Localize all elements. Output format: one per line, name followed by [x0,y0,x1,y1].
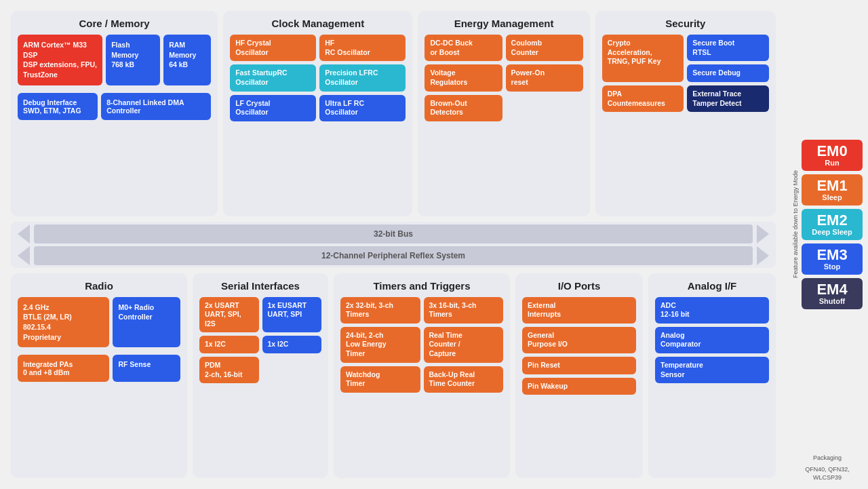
power-on-chip: Power-On reset [506,64,583,91]
energy-management-section: Energy Management DC-DC Buck or Boost Co… [418,11,589,216]
bus-area: 32-bit Bus 12-Channel Peripheral Reflex … [11,222,776,268]
clock-management-section: Clock Management HF Crystal Oscillator H… [223,11,412,216]
gpio-chip: General Purpose I/O [522,327,636,353]
clock-grid: HF Crystal Oscillator HF RC Oscillator F… [230,35,406,121]
arrow-left-32 [18,224,30,243]
arrow-right-12 [757,246,769,265]
io-ports-section: I/O Ports External Interrupts General Pu… [515,273,643,479]
watchdog-chip: Watchdog Timer [340,366,420,393]
crypto-chip: Crypto Acceleration, TRNG, PUF Key [602,35,684,82]
lf-crystal-chip: LF Crystal Oscillator [230,95,316,121]
em3-desc: Stop [807,262,857,271]
io-grid: External Interrupts General Purpose I/O … [522,297,636,395]
arrow-left-12 [18,246,30,265]
em4-desc: Shutoff [807,297,857,305]
em2-card: EM2 Deep Sleep [802,209,863,240]
io-title: I/O Ports [522,280,636,292]
radio-top: 2.4 GHz BTLE (2M, LR) 802.15.4 Proprieta… [18,297,180,348]
radio-ctrl-chip: M0+ Radio Controller [113,297,180,348]
coulomb-chip: Coulomb Counter [506,35,583,61]
serial-interfaces-section: Serial Interfaces 2x USART UART, SPI, I2… [193,273,328,479]
energy-grid: DC-DC Buck or Boost Coulomb Counter Volt… [425,35,583,121]
em3-card: EM3 Stop [802,243,863,275]
bus-12-line: 12-Channel Peripheral Reflex System [34,246,753,265]
i2c-orange-chip: 1x I2C [199,336,259,353]
em3-name: EM3 [807,248,857,262]
core-memory-section: Core / Memory ARM Cortex™ M33 DSP DSP ex… [11,11,218,216]
timer-16-chip: 3x 16-bit, 3-ch Timers [424,297,504,324]
bus-12-row: 12-Channel Peripheral Reflex System [18,246,769,265]
adc-chip: ADC 12-16 bit [655,297,769,324]
flash-chip: Flash Memory 768 kB [106,35,160,85]
hf-crystal-chip: HF Crystal Oscillator [230,35,316,61]
security-title: Security [602,18,769,29]
dma-chip: 8-Channel Linked DMA Controller [101,93,211,120]
em2-name: EM2 [807,213,857,228]
eusart-chip: 1x EUSART UART, SPI [262,297,322,333]
analog-title: Analog I/F [655,280,769,292]
feature-label: Feature available down to Energy Mode [792,170,799,278]
em0-name: EM0 [807,144,857,159]
pdm-chip: PDM 2-ch, 16-bit [199,357,259,383]
radio-title: Radio [18,280,180,292]
em2-desc: Deep Sleep [807,228,857,236]
analog-grid: ADC 12-16 bit Analog Comparator Temperat… [655,297,769,384]
arrow-right-32 [757,224,769,243]
dcdc-chip: DC-DC Buck or Boost [425,35,502,61]
security-row-top: Crypto Acceleration, TRNG, PUF Key DPA C… [602,35,769,112]
voltage-chip: Voltage Regulators [425,64,502,91]
pin-reset-chip: Pin Reset [522,357,636,374]
analog-if-section: Analog I/F ADC 12-16 bit Analog Comparat… [648,273,776,479]
radio-pa-chip: Integrated PAs 0 and +8 dBm [18,355,109,382]
brownout-chip: Brown-Out Detectors [425,95,502,121]
rtc-chip: Real Time Counter / Capture [424,327,504,363]
packaging-value: QFN40, QFN32, WLCSP39 [791,465,864,482]
temperature-sensor-chip: Temperature Sensor [655,357,769,383]
radio-bottom: Integrated PAs 0 and +8 dBm RF Sense [18,355,180,382]
low-energy-timer-chip: 24-bit, 2-ch Low Energy Timer [340,327,420,363]
analog-comparator-chip: Analog Comparator [655,327,769,353]
bus-32-line: 32-bit Bus [34,224,753,243]
secure-boot-chip: Secure Boot RTSL [687,35,769,61]
timers-title: Timers and Triggers [340,280,503,292]
em0-desc: Run [807,159,857,167]
energy-title: Energy Management [425,18,583,29]
pin-wakeup-chip: Pin Wakeup [522,378,636,395]
precision-lfrc-chip: Precision LFRC Oscillator [319,64,406,91]
clock-title: Clock Management [230,18,406,29]
backup-rtc-chip: Back-Up Real Time Counter [424,366,504,393]
em0-card: EM0 Run [802,140,863,171]
bus-32-row: 32-bit Bus [18,224,769,243]
security-section: Security Crypto Acceleration, TRNG, PUF … [595,11,776,216]
usart-chip: 2x USART UART, SPI, I2S [199,297,259,333]
serial-grid: 2x USART UART, SPI, I2S 1x EUSART UART, … [199,297,321,384]
security-left-col: Crypto Acceleration, TRNG, PUF Key DPA C… [602,35,684,112]
arm-chip: ARM Cortex™ M33 DSP DSP extensions, FPU,… [18,35,102,85]
ultra-lf-chip: Ultra LF RC Oscillator [319,95,406,121]
em1-name: EM1 [807,178,857,193]
em4-name: EM4 [807,282,857,297]
packaging-label: Packaging [791,454,864,463]
sidebar: Feature available down to Energy Mode EM… [787,0,868,489]
em-modes-group: EM0 Run EM1 Sleep EM2 Deep Sleep EM3 Sto… [802,140,863,309]
dpa-chip: DPA Countemeasures [602,85,684,112]
radio-freq-chip: 2.4 GHz BTLE (2M, LR) 802.15.4 Proprieta… [18,297,109,348]
timer-32-chip: 2x 32-bit, 3-ch Timers [340,297,420,324]
timers-grid: 2x 32-bit, 3-ch Timers 3x 16-bit, 3-ch T… [340,297,503,393]
secure-debug-chip: Secure Debug [687,64,769,82]
radio-rf-chip: RF Sense [113,355,180,382]
serial-title: Serial Interfaces [199,280,321,292]
em1-desc: Sleep [807,193,857,201]
i2c-blue-chip: 1x I2C [262,336,322,353]
core-memory-title: Core / Memory [18,18,211,29]
radio-section: Radio 2.4 GHz BTLE (2M, LR) 802.15.4 Pro… [11,273,187,479]
em1-card: EM1 Sleep [802,174,863,206]
fast-startup-chip: Fast StartupRC Oscillator [230,64,316,91]
em4-card: EM4 Shutoff [802,278,863,309]
security-right-col: Secure Boot RTSL Secure Debug External T… [687,35,769,112]
external-trace-chip: External Trace Tamper Detect [687,85,769,112]
ext-interrupts-chip: External Interrupts [522,297,636,324]
timers-section: Timers and Triggers 2x 32-bit, 3-ch Time… [334,273,510,479]
ram-chip: RAM Memory 64 kB [163,35,211,85]
debug-chip: Debug Interface SWD, ETM, JTAG [18,93,98,120]
